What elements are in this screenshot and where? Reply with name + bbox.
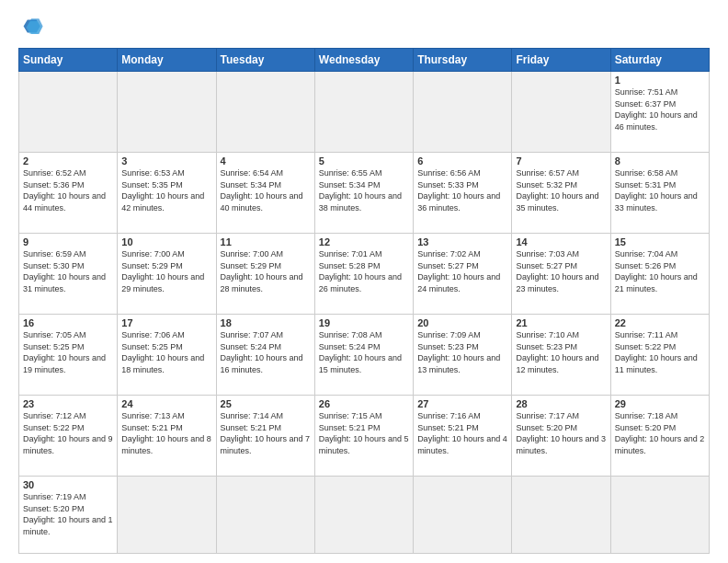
calendar-cell: 6Sunrise: 6:56 AM Sunset: 5:33 PM Daylig… xyxy=(414,153,512,234)
calendar-cell: 22Sunrise: 7:11 AM Sunset: 5:22 PM Dayli… xyxy=(610,315,709,396)
calendar-cell: 19Sunrise: 7:08 AM Sunset: 5:24 PM Dayli… xyxy=(314,315,413,396)
day-number: 18 xyxy=(221,317,311,328)
day-number: 30 xyxy=(23,479,113,490)
day-number: 3 xyxy=(121,155,211,167)
day-info: Sunrise: 6:56 AM Sunset: 5:33 PM Dayligh… xyxy=(417,167,507,213)
calendar-cell: 17Sunrise: 7:06 AM Sunset: 5:25 PM Dayli… xyxy=(118,315,216,396)
day-number: 26 xyxy=(319,398,409,409)
calendar-cell: 3Sunrise: 6:53 AM Sunset: 5:35 PM Daylig… xyxy=(118,153,216,234)
col-header-friday: Friday xyxy=(512,49,610,72)
day-number: 27 xyxy=(417,398,507,409)
day-number: 19 xyxy=(319,317,409,328)
col-header-sunday: Sunday xyxy=(19,49,118,72)
day-info: Sunrise: 7:10 AM Sunset: 5:23 PM Dayligh… xyxy=(516,329,606,375)
logo xyxy=(18,15,48,40)
calendar-cell xyxy=(512,72,610,153)
calendar-cell xyxy=(610,477,709,554)
day-number: 15 xyxy=(615,236,705,247)
day-info: Sunrise: 7:17 AM Sunset: 5:20 PM Dayligh… xyxy=(516,410,606,456)
calendar-cell: 14Sunrise: 7:03 AM Sunset: 5:27 PM Dayli… xyxy=(512,234,610,315)
day-info: Sunrise: 7:05 AM Sunset: 5:25 PM Dayligh… xyxy=(23,329,113,375)
calendar-cell xyxy=(216,72,314,153)
day-info: Sunrise: 6:52 AM Sunset: 5:36 PM Dayligh… xyxy=(23,167,113,213)
page: SundayMondayTuesdayWednesdayThursdayFrid… xyxy=(0,0,728,563)
calendar-cell: 7Sunrise: 6:57 AM Sunset: 5:32 PM Daylig… xyxy=(512,153,610,234)
calendar-header-row: SundayMondayTuesdayWednesdayThursdayFrid… xyxy=(19,49,710,72)
calendar-cell: 29Sunrise: 7:18 AM Sunset: 5:20 PM Dayli… xyxy=(610,396,709,477)
col-header-monday: Monday xyxy=(118,49,216,72)
day-number: 4 xyxy=(221,155,311,167)
header xyxy=(18,15,710,40)
day-info: Sunrise: 7:04 AM Sunset: 5:26 PM Dayligh… xyxy=(615,248,705,294)
day-number: 11 xyxy=(221,236,311,247)
calendar-cell: 12Sunrise: 7:01 AM Sunset: 5:28 PM Dayli… xyxy=(314,234,413,315)
calendar-week-4: 16Sunrise: 7:05 AM Sunset: 5:25 PM Dayli… xyxy=(19,315,710,396)
calendar-cell xyxy=(414,477,512,554)
day-number: 25 xyxy=(221,398,311,409)
day-info: Sunrise: 7:03 AM Sunset: 5:27 PM Dayligh… xyxy=(516,248,606,294)
col-header-tuesday: Tuesday xyxy=(216,49,314,72)
calendar-cell: 24Sunrise: 7:13 AM Sunset: 5:21 PM Dayli… xyxy=(118,396,216,477)
calendar-cell: 2Sunrise: 6:52 AM Sunset: 5:36 PM Daylig… xyxy=(19,153,118,234)
day-info: Sunrise: 7:16 AM Sunset: 5:21 PM Dayligh… xyxy=(417,410,507,456)
day-number: 7 xyxy=(516,155,606,167)
day-info: Sunrise: 6:59 AM Sunset: 5:30 PM Dayligh… xyxy=(23,248,113,294)
day-info: Sunrise: 7:11 AM Sunset: 5:22 PM Dayligh… xyxy=(615,329,705,375)
calendar-cell: 8Sunrise: 6:58 AM Sunset: 5:31 PM Daylig… xyxy=(610,153,709,234)
day-number: 17 xyxy=(121,317,211,328)
calendar-week-1: 1Sunrise: 7:51 AM Sunset: 6:37 PM Daylig… xyxy=(19,72,710,153)
day-number: 22 xyxy=(615,317,705,328)
day-info: Sunrise: 7:06 AM Sunset: 5:25 PM Dayligh… xyxy=(121,329,211,375)
day-info: Sunrise: 7:00 AM Sunset: 5:29 PM Dayligh… xyxy=(221,248,311,294)
day-info: Sunrise: 7:00 AM Sunset: 5:29 PM Dayligh… xyxy=(121,248,211,294)
day-number: 8 xyxy=(615,155,705,167)
day-number: 5 xyxy=(319,155,409,167)
day-info: Sunrise: 7:18 AM Sunset: 5:20 PM Dayligh… xyxy=(615,410,705,456)
calendar-cell xyxy=(512,477,610,554)
calendar-cell xyxy=(19,72,118,153)
day-info: Sunrise: 7:02 AM Sunset: 5:27 PM Dayligh… xyxy=(417,248,507,294)
day-info: Sunrise: 7:15 AM Sunset: 5:21 PM Dayligh… xyxy=(319,410,409,456)
day-info: Sunrise: 7:51 AM Sunset: 6:37 PM Dayligh… xyxy=(615,86,705,132)
calendar-week-6: 30Sunrise: 7:19 AM Sunset: 5:20 PM Dayli… xyxy=(19,477,710,554)
calendar-cell: 27Sunrise: 7:16 AM Sunset: 5:21 PM Dayli… xyxy=(414,396,512,477)
day-number: 23 xyxy=(23,398,113,409)
day-info: Sunrise: 6:57 AM Sunset: 5:32 PM Dayligh… xyxy=(516,167,606,213)
day-info: Sunrise: 6:53 AM Sunset: 5:35 PM Dayligh… xyxy=(121,167,211,213)
calendar-cell: 9Sunrise: 6:59 AM Sunset: 5:30 PM Daylig… xyxy=(19,234,118,315)
calendar-cell xyxy=(118,477,216,554)
day-number: 14 xyxy=(516,236,606,247)
day-number: 10 xyxy=(121,236,211,247)
calendar-week-2: 2Sunrise: 6:52 AM Sunset: 5:36 PM Daylig… xyxy=(19,153,710,234)
calendar-cell: 30Sunrise: 7:19 AM Sunset: 5:20 PM Dayli… xyxy=(19,477,118,554)
day-number: 12 xyxy=(319,236,409,247)
calendar-cell: 28Sunrise: 7:17 AM Sunset: 5:20 PM Dayli… xyxy=(512,396,610,477)
calendar-cell: 11Sunrise: 7:00 AM Sunset: 5:29 PM Dayli… xyxy=(216,234,314,315)
calendar-cell xyxy=(216,477,314,554)
col-header-wednesday: Wednesday xyxy=(314,49,413,72)
calendar-cell xyxy=(414,72,512,153)
calendar-week-5: 23Sunrise: 7:12 AM Sunset: 5:22 PM Dayli… xyxy=(19,396,710,477)
day-number: 9 xyxy=(23,236,113,247)
day-number: 1 xyxy=(615,75,705,86)
day-info: Sunrise: 6:58 AM Sunset: 5:31 PM Dayligh… xyxy=(615,167,705,213)
day-info: Sunrise: 7:19 AM Sunset: 5:20 PM Dayligh… xyxy=(23,491,113,537)
day-number: 28 xyxy=(516,398,606,409)
day-info: Sunrise: 6:55 AM Sunset: 5:34 PM Dayligh… xyxy=(319,167,409,213)
day-info: Sunrise: 7:14 AM Sunset: 5:21 PM Dayligh… xyxy=(221,410,311,456)
day-number: 13 xyxy=(417,236,507,247)
calendar-cell: 26Sunrise: 7:15 AM Sunset: 5:21 PM Dayli… xyxy=(314,396,413,477)
day-info: Sunrise: 7:01 AM Sunset: 5:28 PM Dayligh… xyxy=(319,248,409,294)
logo-icon xyxy=(18,15,44,40)
day-info: Sunrise: 7:13 AM Sunset: 5:21 PM Dayligh… xyxy=(121,410,211,456)
day-number: 29 xyxy=(615,398,705,409)
calendar-cell: 20Sunrise: 7:09 AM Sunset: 5:23 PM Dayli… xyxy=(414,315,512,396)
calendar-week-3: 9Sunrise: 6:59 AM Sunset: 5:30 PM Daylig… xyxy=(19,234,710,315)
calendar: SundayMondayTuesdayWednesdayThursdayFrid… xyxy=(18,48,710,554)
calendar-cell: 13Sunrise: 7:02 AM Sunset: 5:27 PM Dayli… xyxy=(414,234,512,315)
day-info: Sunrise: 7:08 AM Sunset: 5:24 PM Dayligh… xyxy=(319,329,409,375)
calendar-cell xyxy=(118,72,216,153)
col-header-thursday: Thursday xyxy=(414,49,512,72)
calendar-cell xyxy=(314,72,413,153)
calendar-cell: 18Sunrise: 7:07 AM Sunset: 5:24 PM Dayli… xyxy=(216,315,314,396)
